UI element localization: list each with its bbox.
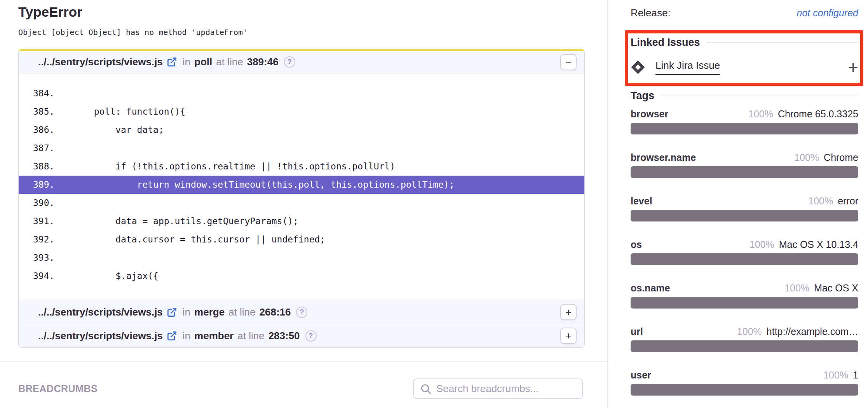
help-icon[interactable]: ?	[296, 307, 307, 318]
tag-percent: 100%	[794, 152, 819, 163]
issue-sidebar: Release: not configured Linked Issues Li…	[608, 0, 868, 408]
tag-key-link[interactable]: browser.name	[631, 152, 696, 163]
tag-row-url: url 100% http://example.com…	[631, 326, 858, 352]
code-line: 385. poll: function(){	[19, 103, 584, 121]
search-icon	[420, 383, 432, 395]
code-line: 388. if (!this.options.realtime || !this…	[19, 157, 584, 176]
code-line: 384.	[19, 84, 584, 103]
tag-key-link[interactable]: url	[631, 326, 643, 337]
tag-row-user: user 100% 1	[631, 370, 858, 396]
breadcrumbs-search-box[interactable]	[413, 378, 583, 399]
expand-frame-button[interactable]: +	[560, 304, 577, 320]
tag-value-link[interactable]: Mac OS X	[814, 282, 858, 294]
jira-icon	[631, 60, 645, 75]
help-icon[interactable]: ?	[305, 330, 317, 342]
add-linked-issue-button[interactable]: +	[848, 60, 858, 74]
exception-type-title: TypeError	[18, 4, 607, 20]
tag-key-link[interactable]: browser	[631, 108, 668, 120]
collapse-frame-button[interactable]: −	[560, 54, 577, 70]
tag-key-link[interactable]: os	[631, 239, 642, 250]
release-not-configured-link[interactable]: not configured	[797, 7, 858, 19]
tag-key-link[interactable]: os.name	[631, 282, 670, 294]
source-code-block: 384. 385. poll: function(){ 386. var dat…	[19, 73, 584, 300]
tag-value-link[interactable]: Mac OS X 10.13.4	[779, 239, 858, 250]
code-line: 386. var data;	[19, 121, 584, 139]
tag-row-browser-name: browser.name 100% Chrome	[631, 152, 858, 178]
tag-distribution-bar	[631, 297, 858, 309]
link-jira-issue-row: Link Jira Issue +	[631, 59, 858, 75]
external-link-icon[interactable]	[167, 307, 177, 317]
tag-percent: 100%	[808, 195, 833, 207]
frame-function: member	[194, 330, 234, 342]
exception-message: Object [object Object] has no method 'up…	[18, 26, 607, 38]
frame-filename: ../../sentry/scripts/views.js	[38, 306, 163, 318]
frame-location: 268:16	[260, 306, 291, 318]
frame-at-line-label: at line	[216, 56, 243, 68]
tags-heading: Tags	[631, 90, 858, 102]
tag-list: browser 100% Chrome 65.0.3325 browser.na…	[631, 108, 858, 396]
external-link-icon[interactable]	[167, 57, 177, 67]
tag-value-link[interactable]: error	[838, 195, 858, 207]
tag-percent: 100%	[737, 326, 762, 337]
frame-function: merge	[194, 306, 225, 318]
tag-value-link[interactable]: Chrome	[824, 152, 858, 163]
tag-value-link[interactable]: http://example.com…	[767, 326, 858, 337]
exception-panel: TypeError Object [object Object] has no …	[0, 0, 608, 408]
external-link-icon[interactable]	[167, 331, 177, 341]
tag-key-link[interactable]: level	[631, 195, 652, 207]
tag-value-link[interactable]: Chrome 65.0.3325	[778, 108, 858, 120]
tag-distribution-bar	[631, 340, 858, 352]
stack-frame-header-merge[interactable]: ../../sentry/scripts/views.js in merge a…	[19, 300, 584, 324]
stack-frame-header-member[interactable]: ../../sentry/scripts/views.js in member …	[19, 324, 584, 347]
code-line: 394. $.ajax({	[19, 267, 584, 285]
frame-function: poll	[194, 56, 212, 68]
code-line: 390.	[19, 194, 584, 212]
breadcrumbs-section-title: BREADCRUMBS	[18, 383, 98, 394]
frame-filename: ../../sentry/scripts/views.js	[38, 56, 163, 68]
code-line: 387.	[19, 139, 584, 157]
linked-issues-heading: Linked Issues	[631, 37, 858, 49]
section-divider	[0, 361, 607, 362]
tag-percent: 100%	[749, 239, 774, 250]
tag-row-os-name: os.name 100% Mac OS X	[631, 282, 858, 309]
tag-distribution-bar	[631, 123, 858, 134]
stack-frame-header-poll[interactable]: ../../sentry/scripts/views.js in poll at…	[19, 51, 584, 73]
tag-distribution-bar	[631, 166, 858, 178]
frame-in-label: in	[183, 56, 190, 68]
release-row: Release: not configured	[631, 7, 858, 19]
release-label: Release:	[631, 7, 671, 19]
code-line: 393.	[19, 249, 584, 267]
stack-trace-container: JS ../../sentry/scripts/views.js in poll…	[18, 49, 585, 348]
tag-value-link[interactable]: 1	[853, 370, 858, 381]
tag-percent: 100%	[823, 370, 848, 381]
code-line: 391. data = app.utils.getQueryParams();	[19, 212, 584, 230]
tag-percent: 100%	[748, 108, 773, 120]
breadcrumbs-header: BREADCRUMBS	[18, 378, 583, 399]
tag-key-link[interactable]: user	[631, 370, 651, 381]
tag-row-level: level 100% error	[631, 195, 858, 221]
tag-row-os: os 100% Mac OS X 10.13.4	[631, 239, 858, 265]
frame-location: 389:46	[247, 56, 279, 68]
breadcrumbs-search-input[interactable]	[436, 383, 576, 395]
tag-row-browser: browser 100% Chrome 65.0.3325	[631, 108, 858, 134]
frame-location: 283:50	[268, 330, 300, 342]
tag-percent: 100%	[784, 282, 809, 294]
frame-filename: ../../sentry/scripts/views.js	[38, 330, 163, 342]
expand-frame-button[interactable]: +	[560, 328, 577, 344]
tag-distribution-bar	[631, 384, 858, 396]
code-line: 392. data.cursor = this.cursor || undefi…	[19, 230, 584, 249]
link-jira-issue-link[interactable]: Link Jira Issue	[655, 59, 720, 75]
tag-distribution-bar	[631, 210, 858, 221]
help-icon[interactable]: ?	[284, 56, 295, 68]
code-line-highlighted-crash: 389. return window.setTimeout(this.poll,…	[19, 176, 584, 194]
tag-distribution-bar	[631, 253, 858, 265]
